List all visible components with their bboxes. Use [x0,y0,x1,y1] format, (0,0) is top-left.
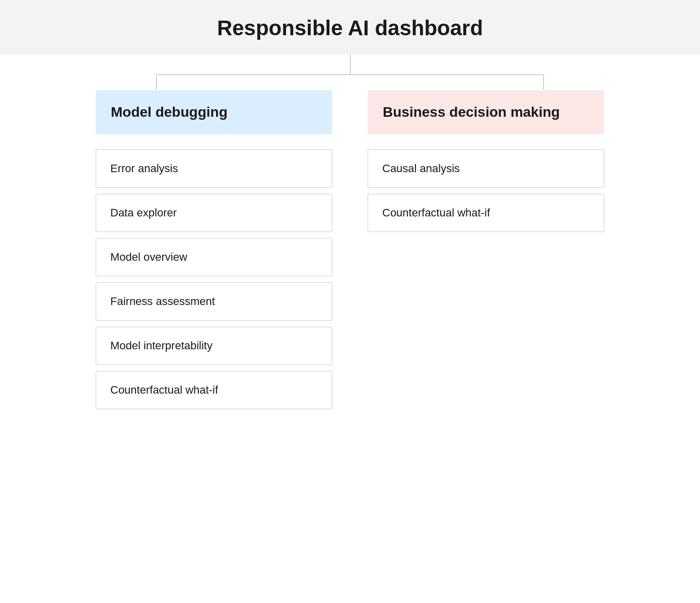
model-debugging-title: Model debugging [111,104,228,120]
columns-wrapper: Model debugging Error analysis Data expl… [48,90,652,415]
model-debugging-header: Model debugging [96,90,332,134]
item-label: Data explorer [110,206,177,219]
root-vertical-line [350,54,351,74]
list-item[interactable]: Model interpretability [96,327,332,365]
business-decision-header: Business decision making [368,90,604,134]
item-label: Model interpretability [110,339,213,352]
item-label: Counterfactual what-if [382,206,490,219]
list-item[interactable]: Error analysis [96,149,332,188]
tree-layout: Model debugging Error analysis Data expl… [0,54,700,415]
item-label: Error analysis [110,162,178,175]
item-label: Model overview [110,251,187,263]
list-item[interactable]: Counterfactual what-if [368,194,604,232]
page-title: Responsible AI dashboard [10,16,690,40]
list-item[interactable]: Fairness assessment [96,282,332,321]
list-item[interactable]: Causal analysis [368,149,604,188]
list-item[interactable]: Data explorer [96,194,332,232]
column-business-decision: Business decision making Causal analysis… [368,90,604,238]
business-decision-title: Business decision making [383,104,560,120]
horizontal-connector [156,74,544,75]
item-label: Counterfactual what-if [110,384,218,396]
list-item[interactable]: Model overview [96,238,332,276]
list-item[interactable]: Counterfactual what-if [96,371,332,409]
item-label: Causal analysis [382,162,460,175]
item-label: Fairness assessment [110,295,215,308]
header: Responsible AI dashboard [0,0,700,54]
page-container: Responsible AI dashboard Model debugging… [0,0,700,415]
column-model-debugging: Model debugging Error analysis Data expl… [96,90,332,415]
